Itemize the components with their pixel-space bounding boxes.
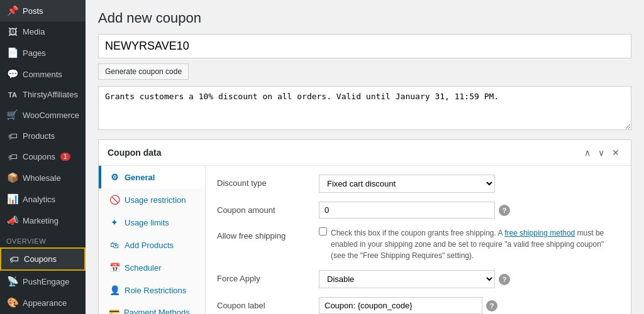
coupon-subnav: ⚙ General 🚫 Usage restriction ✦ Usage li…: [99, 166, 206, 314]
coupon-data-panel: Coupon data ∧ ∨ ✕ ⚙ General 🚫 Usage rest…: [98, 139, 631, 314]
page-title: Add new coupon: [98, 10, 631, 26]
ta-icon: TA: [6, 91, 19, 99]
scheduler-icon: 📅: [109, 263, 120, 273]
general-icon: ⚙: [109, 172, 120, 182]
force-apply-label: Force Apply: [217, 270, 311, 283]
force-apply-control: Disable Enable ?: [319, 270, 619, 288]
panel-collapse-down[interactable]: ∨: [596, 146, 607, 159]
coupon-label-label: Coupon label: [217, 297, 311, 310]
woo-icon: 🛒: [6, 109, 19, 121]
sidebar-item-posts[interactable]: 📌 Posts: [0, 0, 86, 21]
coupon-amount-control: ?: [319, 202, 619, 219]
sidebar-item-media[interactable]: 🖼 Media: [0, 21, 86, 42]
coupon-label-control: ?: [319, 297, 619, 314]
main-content: Add new coupon Generate coupon code Gran…: [86, 0, 644, 314]
free-shipping-checkbox-row: Check this box if the coupon grants free…: [319, 227, 619, 261]
usage-limits-icon: ✦: [109, 217, 120, 227]
sidebar-item-thirstyaffiliates[interactable]: TA ThirstyAffiliates: [0, 85, 86, 104]
subnav-general[interactable]: ⚙ General: [99, 166, 205, 188]
sidebar-item-marketing[interactable]: 📣 Marketing: [0, 210, 86, 231]
coupon-label-row: Coupon label ?: [217, 297, 619, 314]
coupon-amount-label: Coupon amount: [217, 202, 311, 215]
panel-close[interactable]: ✕: [609, 146, 622, 159]
sidebar-item-coupons-active[interactable]: 🏷 Coupons: [0, 247, 86, 271]
pushengage-icon: 📡: [6, 276, 19, 287]
sidebar-item-coupons[interactable]: 🏷 Coupons 1: [0, 146, 86, 167]
subnav-usage-limits[interactable]: ✦ Usage limits: [99, 211, 205, 234]
subnav-payment-methods[interactable]: 💳 Payment Methods Restriction: [99, 301, 205, 314]
products-icon: 🏷: [6, 131, 19, 141]
subnav-usage-restriction[interactable]: 🚫 Usage restriction: [99, 188, 205, 211]
payment-methods-icon: 💳: [109, 308, 119, 314]
coupon-fields: Discount type Percentage discount Fixed …: [206, 166, 631, 314]
coupon-label-help-icon: ?: [486, 300, 497, 311]
free-shipping-row: Allow free shipping Check this box if th…: [217, 227, 619, 261]
wholesale-icon: 📦: [6, 172, 19, 183]
subnav-scheduler[interactable]: 📅 Scheduler: [99, 256, 205, 279]
force-apply-select[interactable]: Disable Enable: [319, 270, 495, 288]
coupons-icon: 🏷: [6, 151, 19, 162]
subnav-role-restrictions[interactable]: 👤 Role Restrictions: [99, 279, 205, 301]
usage-restriction-icon: 🚫: [109, 195, 120, 205]
panel-collapse-up[interactable]: ∧: [582, 146, 593, 159]
sidebar-item-appearance[interactable]: 🎨 Appearance: [0, 292, 86, 313]
coupon-data-body: ⚙ General 🚫 Usage restriction ✦ Usage li…: [99, 166, 631, 314]
coupons-badge: 1: [60, 153, 70, 161]
coupon-data-title: Coupon data: [108, 148, 162, 158]
coupon-amount-help-icon: ?: [499, 205, 510, 216]
discount-type-row: Discount type Percentage discount Fixed …: [217, 175, 619, 193]
free-shipping-control: Check this box if the coupon grants free…: [319, 227, 619, 261]
free-shipping-label: Allow free shipping: [217, 227, 311, 241]
coupon-label-input[interactable]: [319, 297, 482, 314]
coupon-amount-row: Coupon amount ?: [217, 202, 619, 219]
posts-icon: 📌: [6, 5, 19, 16]
coupon-description-textarea[interactable]: Grants customers a 10% discount on all o…: [98, 86, 631, 130]
marketing-icon: 📣: [6, 215, 19, 226]
sidebar-item-products[interactable]: 🏷 Products: [0, 126, 86, 146]
media-icon: 🖼: [6, 26, 19, 37]
subnav-add-products[interactable]: 🛍 Add Products: [99, 234, 205, 256]
panel-controls: ∧ ∨ ✕: [582, 146, 622, 159]
free-shipping-checkbox[interactable]: [319, 227, 327, 236]
comments-icon: 💬: [6, 68, 19, 80]
sidebar-item-analytics[interactable]: 📊 Analytics: [0, 188, 86, 210]
discount-type-control: Percentage discount Fixed cart discount …: [319, 175, 619, 193]
overview-label: Overview: [0, 231, 86, 247]
sidebar-item-pushengage[interactable]: 📡 PushEngage: [0, 271, 86, 292]
sidebar: 📌 Posts 🖼 Media 📄 Pages 💬 Comments TA Th…: [0, 0, 86, 314]
coupon-amount-input[interactable]: [319, 202, 495, 219]
free-shipping-link[interactable]: free shipping method: [504, 229, 575, 237]
discount-type-select[interactable]: Percentage discount Fixed cart discount …: [319, 175, 495, 193]
discount-type-label: Discount type: [217, 175, 311, 188]
coupon-code-input[interactable]: [98, 34, 631, 58]
sidebar-item-woocommerce[interactable]: 🛒 WooCommerce: [0, 104, 86, 126]
sidebar-item-wholesale[interactable]: 📦 Wholesale: [0, 167, 86, 188]
coupon-data-header: Coupon data ∧ ∨ ✕: [99, 140, 631, 166]
coupons-active-icon: 🏷: [8, 254, 20, 264]
pages-icon: 📄: [6, 47, 19, 58]
force-apply-help-icon: ?: [499, 274, 510, 285]
analytics-icon: 📊: [6, 193, 19, 205]
role-restrictions-icon: 👤: [109, 285, 120, 295]
sidebar-item-comments[interactable]: 💬 Comments: [0, 63, 86, 85]
generate-coupon-button[interactable]: Generate coupon code: [98, 63, 189, 80]
add-products-icon: 🛍: [109, 240, 120, 250]
sidebar-item-pages[interactable]: 📄 Pages: [0, 42, 86, 63]
appearance-icon: 🎨: [6, 297, 19, 308]
force-apply-row: Force Apply Disable Enable ?: [217, 270, 619, 288]
